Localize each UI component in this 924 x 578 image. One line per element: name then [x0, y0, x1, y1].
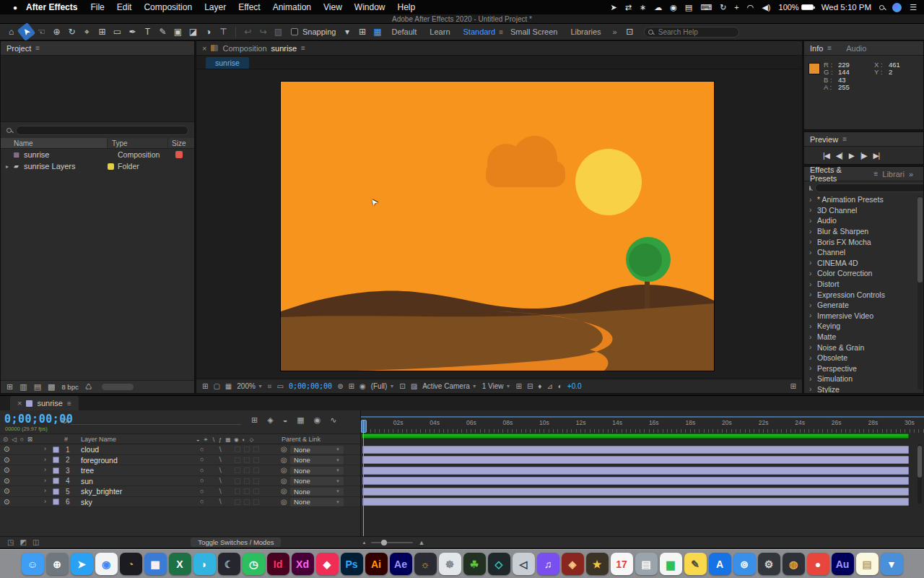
- notes-app[interactable]: ▤: [856, 553, 879, 575]
- chevron-right-icon[interactable]: ›: [809, 311, 814, 319]
- column-type[interactable]: Type: [108, 138, 168, 148]
- viewer-options-icon[interactable]: ⊞: [790, 382, 796, 390]
- quality-toggle-icon[interactable]: ∖: [218, 488, 222, 495]
- panel-menu-icon[interactable]: ≡: [301, 44, 305, 52]
- chevron-right-icon[interactable]: ›: [809, 228, 814, 236]
- fx-switch-cell[interactable]: [235, 447, 240, 452]
- time-machine-icon[interactable]: ↻: [720, 3, 726, 12]
- close-icon[interactable]: ×: [202, 44, 206, 53]
- tab-audio[interactable]: Audio: [846, 44, 866, 53]
- camera-tool[interactable]: ⌖: [80, 25, 94, 38]
- pick-whip-icon[interactable]: ◎: [281, 477, 287, 485]
- zoom-out-icon[interactable]: ▲: [362, 540, 366, 545]
- project-search-input[interactable]: [16, 126, 188, 135]
- clone-stamp-tool[interactable]: ▣: [171, 25, 185, 38]
- trash-icon[interactable]: ♺: [85, 382, 92, 392]
- photoshop[interactable]: Ps: [341, 553, 363, 575]
- current-time-indicator[interactable]: [361, 420, 367, 433]
- cinema-4d[interactable]: ◇: [488, 553, 510, 575]
- workspace-tab[interactable]: Libraries: [570, 27, 601, 36]
- snapshot-icon[interactable]: ⊞: [202, 382, 208, 390]
- mini-flowchart-icon[interactable]: ⊞: [251, 415, 258, 425]
- hand-tool[interactable]: ☜: [35, 25, 48, 38]
- layer-color-chip[interactable]: [53, 467, 59, 474]
- column-layer-number[interactable]: #: [64, 436, 68, 443]
- layer-name[interactable]: sky_brighter: [81, 487, 122, 496]
- disclosure-chevron-icon[interactable]: ›: [44, 498, 46, 505]
- layer-color-chip[interactable]: [53, 499, 59, 505]
- location-icon[interactable]: ➤: [611, 3, 617, 12]
- layer-color-chip[interactable]: [53, 478, 59, 484]
- plus-icon[interactable]: +: [734, 3, 738, 12]
- draft-3d-icon[interactable]: ◈: [267, 415, 273, 425]
- effects-category-row[interactable]: › Distort: [804, 279, 923, 290]
- workspace-overflow-icon[interactable]: »: [613, 27, 617, 36]
- pick-whip-icon[interactable]: ◎: [281, 466, 287, 474]
- effects-category-row[interactable]: › Blur & Sharpen: [804, 226, 923, 237]
- home-icon[interactable]: ⌂: [4, 25, 18, 38]
- create-folder-icon[interactable]: ▤: [34, 382, 41, 392]
- quality-toggle-icon[interactable]: ∖: [218, 446, 222, 453]
- column-size[interactable]: Size: [168, 138, 194, 148]
- help-search-input[interactable]: [644, 27, 739, 38]
- 3d-switch-cell[interactable]: [253, 499, 259, 505]
- quality-toggle-icon[interactable]: ∖: [218, 456, 222, 463]
- settings-app[interactable]: ⚙: [758, 553, 780, 575]
- menu-item[interactable]: File: [90, 2, 104, 12]
- menu-item[interactable]: Effect: [238, 2, 260, 12]
- effects-category-row[interactable]: › Obsolete: [804, 353, 923, 363]
- exposure-icon[interactable]: ◐: [558, 382, 562, 390]
- tab-effects-presets[interactable]: Effects & Presets: [810, 166, 869, 183]
- chevron-right-icon[interactable]: ›: [809, 238, 814, 246]
- effects-category-row[interactable]: › Color Correction: [804, 268, 923, 279]
- expand-transfer-modes-icon[interactable]: ◩: [19, 538, 26, 546]
- shy-toggle-icon[interactable]: ○: [200, 456, 204, 463]
- camera-app[interactable]: ⊚: [733, 553, 756, 575]
- workspace-tab[interactable]: Learn: [430, 27, 450, 36]
- panel-overflow-icon[interactable]: »: [909, 170, 913, 178]
- eye-icon[interactable]: ⊙: [4, 466, 9, 474]
- shy-toggle-icon[interactable]: ○: [200, 488, 204, 495]
- disclosure-chevron-icon[interactable]: ›: [44, 456, 46, 463]
- snap-options-icon[interactable]: ⊞: [356, 25, 370, 38]
- toggle-switches-modes-button[interactable]: Toggle Switches / Modes: [191, 538, 281, 547]
- chevron-right-icon[interactable]: ›: [809, 280, 814, 288]
- parent-dropdown[interactable]: None ▼: [290, 488, 344, 496]
- effects-category-row[interactable]: › Immersive Video: [804, 311, 923, 322]
- audition[interactable]: Au: [832, 553, 854, 575]
- sync-icon[interactable]: ⇄: [625, 3, 632, 12]
- layer-row[interactable]: ⊙ › 3 tree ○ ∖ ◎ None ▼: [0, 465, 360, 476]
- layer-name[interactable]: tree: [81, 466, 94, 475]
- firefox[interactable]: ◔: [120, 553, 142, 575]
- notification-center-icon[interactable]: ☰: [910, 3, 917, 12]
- panel-menu-icon[interactable]: ≡: [873, 170, 878, 178]
- disclosure-chevron-icon[interactable]: ▸: [4, 163, 11, 170]
- solo-col-icon[interactable]: ○: [20, 436, 24, 443]
- eye-icon[interactable]: ⊙: [4, 477, 9, 485]
- first-frame-icon[interactable]: |◀: [823, 151, 829, 160]
- close-icon[interactable]: ×: [17, 399, 22, 407]
- parent-dropdown[interactable]: None ▼: [290, 456, 344, 465]
- layer-name[interactable]: sky: [81, 498, 92, 506]
- fx-switch-cell[interactable]: [235, 457, 240, 463]
- finder[interactable]: ☺: [22, 553, 44, 575]
- shy-layers-icon[interactable]: ◒: [283, 415, 288, 425]
- layer-color-chip[interactable]: [53, 457, 59, 463]
- selection-tool[interactable]: ➤: [17, 22, 36, 41]
- menu-item[interactable]: Animation: [273, 2, 311, 12]
- effects-category-row[interactable]: › Simulation: [804, 374, 923, 384]
- tab-libraries[interactable]: Librari: [882, 170, 905, 178]
- label-color-swatch[interactable]: [108, 163, 114, 170]
- adobe-xd[interactable]: Xd: [292, 553, 314, 575]
- thumbnail-scrubber[interactable]: [102, 384, 134, 390]
- pen-tool[interactable]: ✒: [126, 25, 139, 38]
- tab-composition-name[interactable]: sunrise: [271, 44, 297, 53]
- menu-item[interactable]: Edit: [117, 2, 132, 12]
- pixel-aspect-icon[interactable]: ♦: [538, 382, 541, 390]
- color-management-icon[interactable]: ◉: [359, 382, 366, 390]
- chart-app[interactable]: ▆: [660, 553, 682, 575]
- play-icon[interactable]: ▶: [849, 151, 854, 160]
- snapping-checkbox[interactable]: [291, 28, 298, 35]
- effects-category-row[interactable]: › CINEMA 4D: [804, 258, 923, 269]
- chevron-right-icon[interactable]: ›: [809, 217, 814, 225]
